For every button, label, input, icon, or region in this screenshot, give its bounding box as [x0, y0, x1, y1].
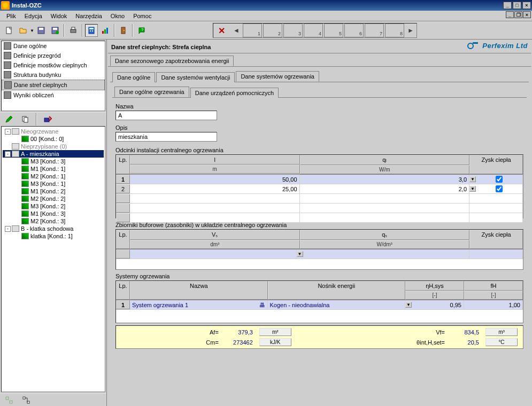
tree-node[interactable]: -B - klatka schodowa	[3, 225, 104, 232]
tree-node[interactable]: M3 [Kond.: 2]	[3, 202, 104, 210]
tree-node[interactable]: -A - mieszkania	[3, 150, 104, 158]
pencil-icon[interactable]	[3, 113, 16, 126]
tree-node[interactable]: M1 [Kond.: 2]	[3, 188, 104, 195]
tab-seasonal-demand[interactable]: Dane sezonowego zapotrzebowania energii	[110, 56, 234, 66]
heat-gain-checkbox[interactable]	[496, 176, 503, 183]
tab-heating-general[interactable]: Dane ogólne ogrzewania	[114, 87, 189, 97]
table-row[interactable]: ▼	[116, 249, 523, 259]
zone-icon[interactable]	[3, 394, 16, 407]
export-icon[interactable]	[41, 113, 54, 126]
tree-node[interactable]: 00 [Kond.: 0]	[3, 135, 104, 143]
dropdown-icon[interactable]: ▼	[469, 176, 476, 182]
theta-unit[interactable]: °C	[485, 338, 518, 346]
building-tree[interactable]: -Nieogrzewane00 [Kond.: 0]Nieprzypisane …	[1, 126, 105, 392]
page-title: Dane stref cieplnych: Strefa cieplna	[111, 44, 211, 50]
tree-node[interactable]: M3 [Kond.: 3]	[3, 158, 104, 165]
open-icon[interactable]	[17, 24, 29, 37]
chart-icon[interactable]	[99, 24, 112, 37]
table-row[interactable]: 150,003,0▼	[116, 175, 523, 184]
vf-unit[interactable]: m³	[485, 328, 518, 336]
mdi-restore-button[interactable]: ❐	[514, 11, 522, 18]
menu-edycja[interactable]: Edycja	[20, 12, 47, 20]
tree-node[interactable]: M1 [Kond.: 1]	[3, 165, 104, 173]
systems-grid[interactable]: Lp. Nazwa Nośnik energii ηH,sys [-] fH […	[115, 280, 523, 323]
tree-icon	[21, 210, 29, 217]
nav-page-4[interactable]: 4	[304, 24, 323, 37]
new-icon[interactable]	[3, 24, 16, 37]
nav-next-icon[interactable]: ►	[405, 24, 416, 37]
print-icon[interactable]	[67, 24, 80, 37]
nav-page-7[interactable]: 7	[365, 24, 384, 37]
section-item[interactable]: Dane ogólne	[2, 41, 105, 51]
save-icon[interactable]	[35, 24, 48, 37]
tree-toggle[interactable]: -	[5, 226, 11, 232]
mdi-minimize-button[interactable]: _	[506, 11, 514, 18]
tree-node[interactable]: M2 [Kond.: 1]	[3, 173, 104, 180]
dropdown-icon[interactable]: ▼	[297, 251, 303, 257]
save-as-icon[interactable]	[49, 24, 61, 37]
menu-plik[interactable]: Plik	[2, 12, 20, 20]
nav-page-5[interactable]: 5	[324, 24, 343, 37]
tree-toggle[interactable]: -	[5, 151, 11, 157]
menu-okno[interactable]: Okno	[106, 12, 129, 20]
nav-prev-icon[interactable]: ◄	[231, 24, 242, 37]
nav-close-icon[interactable]: ✕	[214, 24, 230, 37]
heat-gain-checkbox[interactable]	[496, 185, 503, 192]
dropdown-icon[interactable]: ▼	[469, 186, 476, 192]
nav-page-6[interactable]: 6	[344, 24, 364, 37]
desc-input[interactable]	[115, 132, 217, 142]
nav-page-8[interactable]: 8	[385, 24, 404, 37]
calculator-icon[interactable]	[85, 24, 98, 37]
close-button[interactable]: ×	[522, 2, 531, 9]
tree-label: M1 [Kond.: 3]	[30, 210, 65, 217]
bridge-icon	[4, 61, 11, 69]
tab-ventilation-systems[interactable]: Dane systemów wentylacji	[156, 72, 235, 82]
tree-node[interactable]: klatka [Kond.: 1]	[3, 232, 104, 240]
af-unit[interactable]: m²	[259, 328, 291, 336]
tree-node[interactable]: -Nieogrzewane	[3, 128, 104, 135]
tab-heating-systems[interactable]: Dane systemów ogrzewania	[236, 71, 319, 82]
section-item[interactable]: Wyniki obliczeń	[2, 90, 105, 100]
tab-general-data[interactable]: Dane ogólne	[112, 72, 155, 82]
cm-unit[interactable]: kJ/K	[259, 338, 291, 346]
buffers-grid[interactable]: Lp. Vₛ dm³ qₛ W/dm³ Zysk ciepła	[115, 229, 523, 270]
section-item[interactable]: Definicje przegród	[2, 51, 105, 60]
col2-lp: Lp.	[116, 230, 130, 249]
layers-icon	[4, 52, 11, 59]
door-icon[interactable]	[117, 24, 130, 37]
table-row[interactable]	[116, 194, 523, 204]
tree-node[interactable]: Nieprzypisane (0)	[3, 143, 104, 150]
structure-icon[interactable]	[20, 394, 33, 407]
tree-node[interactable]: M3 [Kond.: 1]	[3, 180, 104, 188]
tree-node[interactable]: M2 [Kond.: 3]	[3, 217, 104, 225]
section-item-label: Dane stref cieplnych	[14, 82, 67, 88]
menu-pomoc[interactable]: Pomoc	[129, 12, 156, 20]
main-toolbar: ▼ ? ✕ ◄ 1 2 3 4 5 6 7 8 ►	[0, 21, 532, 40]
nav-page-3[interactable]: 3	[283, 24, 303, 37]
vf-value: 834,5	[449, 329, 481, 335]
table-row[interactable]	[116, 204, 523, 213]
tab-aux-devices[interactable]: Dane urządzeń pomocniczych	[190, 88, 279, 98]
nav-page-2[interactable]: 2	[263, 24, 282, 37]
section-item[interactable]: Dane stref cieplnych	[2, 80, 105, 90]
mdi-close-button[interactable]: ×	[523, 11, 531, 18]
section-item[interactable]: Struktura budynku	[2, 70, 105, 80]
table-row[interactable]: 225,002,0▼	[116, 184, 523, 194]
dropdown-icon[interactable]: ▼	[405, 302, 412, 308]
tree-toggle[interactable]: -	[5, 129, 11, 135]
section-item[interactable]: Definicje mostków cieplnych	[2, 60, 105, 70]
maximize-button[interactable]: □	[513, 2, 521, 9]
nav-page-1[interactable]: 1	[243, 24, 262, 37]
section-item-label: Struktura budynku	[13, 72, 61, 78]
menu-widok[interactable]: Widok	[47, 12, 72, 20]
help-icon[interactable]: ?	[135, 24, 148, 37]
tree-node[interactable]: M1 [Kond.: 3]	[3, 210, 104, 217]
tree-node[interactable]: M2 [Kond.: 2]	[3, 195, 104, 202]
menu-narzedzia[interactable]: Narzędzia	[71, 12, 106, 20]
table-row[interactable]: 1 System ogrzewania 1 🖶 Kogen - nieodnaw…	[116, 300, 523, 310]
copy-icon[interactable]	[19, 113, 32, 126]
name-input[interactable]	[115, 111, 217, 120]
content-panel: Dane stref cieplnych: Strefa cieplna Per…	[108, 41, 531, 405]
pipes-grid[interactable]: Lp. l m qₗ W/m Zysk ciepła 150,003,0▼	[115, 154, 523, 218]
minimize-button[interactable]: _	[503, 2, 512, 9]
